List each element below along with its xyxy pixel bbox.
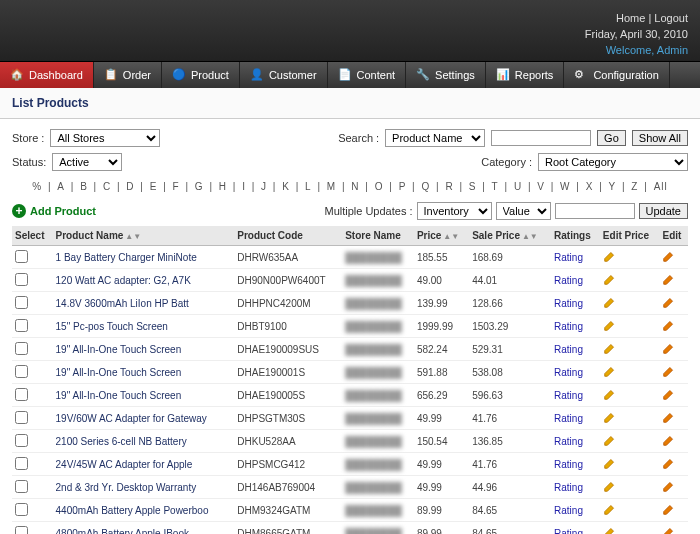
- rating-link[interactable]: Rating: [554, 321, 583, 332]
- row-checkbox[interactable]: [15, 296, 28, 309]
- row-checkbox[interactable]: [15, 273, 28, 286]
- edit-price-icon[interactable]: [603, 323, 617, 334]
- product-name[interactable]: 19" All-In-One Touch Screen: [53, 361, 235, 384]
- add-product-button[interactable]: + Add Product: [12, 204, 96, 218]
- row-checkbox[interactable]: [15, 411, 28, 424]
- edit-icon[interactable]: [662, 254, 676, 265]
- rating-link[interactable]: Rating: [554, 459, 583, 470]
- col-edit-price[interactable]: Edit Price: [600, 226, 660, 246]
- product-name[interactable]: 14.8V 3600mAh LiIon HP Batt: [53, 292, 235, 315]
- alpha-Z[interactable]: Z: [629, 181, 640, 192]
- col-ratings[interactable]: Ratings: [551, 226, 600, 246]
- edit-icon[interactable]: [662, 507, 676, 518]
- alpha-W[interactable]: W: [558, 181, 572, 192]
- rating-link[interactable]: Rating: [554, 528, 583, 535]
- col-edit[interactable]: Edit: [659, 226, 688, 246]
- row-checkbox[interactable]: [15, 250, 28, 263]
- col-select[interactable]: Select: [12, 226, 53, 246]
- alpha-E[interactable]: E: [148, 181, 160, 192]
- row-checkbox[interactable]: [15, 503, 28, 516]
- multi-op-select[interactable]: Value: [496, 202, 551, 220]
- row-checkbox[interactable]: [15, 365, 28, 378]
- edit-icon[interactable]: [662, 438, 676, 449]
- store-select[interactable]: All Stores: [50, 129, 160, 147]
- alpha-M[interactable]: M: [325, 181, 338, 192]
- product-name[interactable]: 120 Watt AC adapter: G2, A7K: [53, 269, 235, 292]
- rating-link[interactable]: Rating: [554, 367, 583, 378]
- nav-reports[interactable]: 📊Reports: [486, 62, 565, 88]
- category-select[interactable]: Root Category: [538, 153, 688, 171]
- row-checkbox[interactable]: [15, 457, 28, 470]
- product-name[interactable]: 1 Bay Battery Charger MiniNote: [53, 246, 235, 269]
- edit-icon[interactable]: [662, 484, 676, 495]
- alpha-Y[interactable]: Y: [607, 181, 619, 192]
- go-button[interactable]: Go: [597, 130, 626, 146]
- edit-price-icon[interactable]: [603, 300, 617, 311]
- product-name[interactable]: 19" All-In-One Touch Screen: [53, 338, 235, 361]
- rating-link[interactable]: Rating: [554, 482, 583, 493]
- alpha-D[interactable]: D: [124, 181, 136, 192]
- edit-icon[interactable]: [662, 530, 676, 534]
- edit-price-icon[interactable]: [603, 254, 617, 265]
- alpha-U[interactable]: U: [512, 181, 524, 192]
- nav-dashboard[interactable]: 🏠Dashboard: [0, 62, 94, 88]
- nav-customer[interactable]: 👤Customer: [240, 62, 328, 88]
- edit-price-icon[interactable]: [603, 346, 617, 357]
- row-checkbox[interactable]: [15, 434, 28, 447]
- show-all-button[interactable]: Show All: [632, 130, 688, 146]
- rating-link[interactable]: Rating: [554, 275, 583, 286]
- search-by-select[interactable]: Product Name: [385, 129, 485, 147]
- rating-link[interactable]: Rating: [554, 436, 583, 447]
- nav-settings[interactable]: 🔧Settings: [406, 62, 486, 88]
- home-link[interactable]: Home: [616, 12, 645, 24]
- edit-price-icon[interactable]: [603, 369, 617, 380]
- logout-link[interactable]: Logout: [654, 12, 688, 24]
- alpha-V[interactable]: V: [535, 181, 547, 192]
- edit-price-icon[interactable]: [603, 507, 617, 518]
- edit-price-icon[interactable]: [603, 392, 617, 403]
- search-input[interactable]: [491, 130, 591, 146]
- product-name[interactable]: 24V/45W AC Adapter for Apple: [53, 453, 235, 476]
- product-name[interactable]: 19" All-In-One Touch Screen: [53, 384, 235, 407]
- nav-product[interactable]: 🔵Product: [162, 62, 240, 88]
- edit-icon[interactable]: [662, 323, 676, 334]
- rating-link[interactable]: Rating: [554, 252, 583, 263]
- edit-price-icon[interactable]: [603, 484, 617, 495]
- alpha-K[interactable]: K: [280, 181, 292, 192]
- alpha-L[interactable]: L: [303, 181, 314, 192]
- rating-link[interactable]: Rating: [554, 390, 583, 401]
- rating-link[interactable]: Rating: [554, 298, 583, 309]
- col-sale[interactable]: Sale Price▲▼: [469, 226, 551, 246]
- row-checkbox[interactable]: [15, 480, 28, 493]
- row-checkbox[interactable]: [15, 319, 28, 332]
- edit-price-icon[interactable]: [603, 530, 617, 534]
- status-select[interactable]: Active: [52, 153, 122, 171]
- rating-link[interactable]: Rating: [554, 413, 583, 424]
- edit-icon[interactable]: [662, 461, 676, 472]
- col-price[interactable]: Price▲▼: [414, 226, 469, 246]
- product-name[interactable]: 2nd & 3rd Yr. Desktop Warranty: [53, 476, 235, 499]
- col-store[interactable]: Store Name: [342, 226, 414, 246]
- product-name[interactable]: 2100 Series 6-cell NB Battery: [53, 430, 235, 453]
- edit-price-icon[interactable]: [603, 277, 617, 288]
- product-name[interactable]: 4400mAh Battery Apple Powerboo: [53, 499, 235, 522]
- nav-configuration[interactable]: ⚙Configuration: [564, 62, 669, 88]
- row-checkbox[interactable]: [15, 388, 28, 401]
- alpha-N[interactable]: N: [349, 181, 361, 192]
- col-code[interactable]: Product Code: [234, 226, 342, 246]
- alpha-T[interactable]: T: [490, 181, 501, 192]
- product-name[interactable]: 19V/60W AC Adapter for Gateway: [53, 407, 235, 430]
- row-checkbox[interactable]: [15, 526, 28, 535]
- alpha-H[interactable]: H: [217, 181, 229, 192]
- edit-icon[interactable]: [662, 415, 676, 426]
- alpha-Q[interactable]: Q: [419, 181, 432, 192]
- nav-content[interactable]: 📄Content: [328, 62, 407, 88]
- product-name[interactable]: 4800mAh Battery Apple IBook: [53, 522, 235, 535]
- alpha-P[interactable]: P: [397, 181, 409, 192]
- product-name[interactable]: 15" Pc-pos Touch Screen: [53, 315, 235, 338]
- update-button[interactable]: Update: [639, 203, 688, 219]
- nav-order[interactable]: 📋Order: [94, 62, 162, 88]
- edit-icon[interactable]: [662, 392, 676, 403]
- multi-value-input[interactable]: [555, 203, 635, 219]
- alpha-O[interactable]: O: [373, 181, 386, 192]
